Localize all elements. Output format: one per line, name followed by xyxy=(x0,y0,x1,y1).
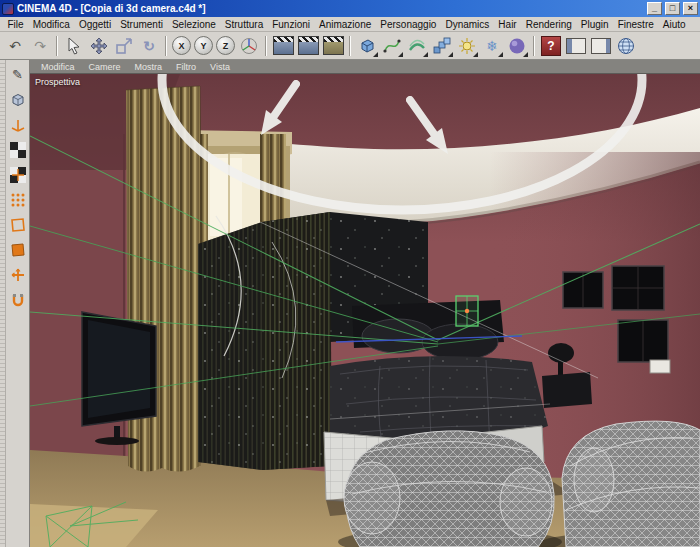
snap-settings-button[interactable] xyxy=(7,289,29,310)
menu-item[interactable]: Dynamics xyxy=(441,19,494,30)
menu-item[interactable]: Strumenti xyxy=(116,19,168,30)
menu-item[interactable]: Selezione xyxy=(167,19,220,30)
minimize-button[interactable]: _ xyxy=(647,2,662,15)
polygons-mode-button[interactable] xyxy=(7,239,29,260)
menu-item[interactable]: Finestre xyxy=(613,19,658,30)
menu-item[interactable]: Modifica xyxy=(28,19,74,30)
scale-tool-icon xyxy=(115,37,133,55)
redo-icon: ↷ xyxy=(34,39,46,53)
add-spline-icon xyxy=(383,37,401,55)
move-tool-button[interactable] xyxy=(87,34,111,58)
coordinate-system-icon xyxy=(240,37,258,55)
viewport-menu-item[interactable]: Filtro xyxy=(169,62,203,72)
points-mode-icon xyxy=(10,192,26,208)
undo-button[interactable]: ↶ xyxy=(3,34,27,58)
viewport-menu-item[interactable]: Camere xyxy=(82,62,128,72)
model-mode-button[interactable] xyxy=(7,89,29,110)
add-spline-button[interactable] xyxy=(380,34,404,58)
layout-left-button[interactable] xyxy=(564,34,588,58)
add-cube-icon xyxy=(358,37,376,55)
add-light-button[interactable] xyxy=(455,34,479,58)
texture-mode-button[interactable] xyxy=(7,139,29,160)
snap-icon xyxy=(10,292,26,308)
toolbar-separator xyxy=(349,36,351,56)
make-editable-icon: ✎ xyxy=(12,68,23,81)
close-button[interactable]: × xyxy=(683,2,698,15)
content-browser-button[interactable] xyxy=(614,34,638,58)
texture-axes-icon xyxy=(10,167,26,183)
live-selection-icon xyxy=(66,37,82,55)
rotate-tool-button[interactable]: ↻ xyxy=(137,34,161,58)
edges-mode-button[interactable] xyxy=(7,214,29,235)
axis-lock-icon xyxy=(10,267,26,283)
window-title: CINEMA 4D - [Copia di 3d camera.c4d *] xyxy=(17,3,644,14)
scale-tool-button[interactable] xyxy=(112,34,136,58)
add-array-icon xyxy=(433,37,451,55)
layout-right-icon xyxy=(591,38,611,54)
app-icon[interactable] xyxy=(2,3,14,15)
viewport-scene[interactable] xyxy=(30,74,700,547)
render-settings-button[interactable] xyxy=(321,34,345,58)
titlebar: CINEMA 4D - [Copia di 3d camera.c4d *] _… xyxy=(0,0,700,17)
lock-y-axis-button[interactable]: Y xyxy=(194,36,213,55)
live-selection-button[interactable] xyxy=(62,34,86,58)
axis-lock-button[interactable] xyxy=(7,264,29,285)
render-picture-viewer-icon xyxy=(298,36,319,55)
lock-z-axis-button[interactable]: Z xyxy=(216,36,235,55)
render-picture-viewer-button[interactable] xyxy=(296,34,320,58)
menu-item[interactable]: Hair xyxy=(494,19,521,30)
render-view-button[interactable] xyxy=(271,34,295,58)
viewport-menu-item[interactable]: Mostra xyxy=(128,62,170,72)
undo-icon: ↶ xyxy=(9,39,21,53)
left-tool-palette: ✎ xyxy=(0,60,30,547)
viewport[interactable]: Prospettiva xyxy=(30,74,700,547)
add-cube-button[interactable] xyxy=(355,34,379,58)
menu-item[interactable]: Animazione xyxy=(315,19,376,30)
polygons-mode-icon xyxy=(10,242,26,258)
viewport-column: ModificaCamereMostraFiltroVista Prospett… xyxy=(30,60,700,547)
menu-item[interactable]: Plugin xyxy=(576,19,613,30)
app-window: CINEMA 4D - [Copia di 3d camera.c4d *] _… xyxy=(0,0,700,547)
texture-mode-icon xyxy=(10,142,26,158)
lock-x-axis-button[interactable]: X xyxy=(172,36,191,55)
add-sky-icon xyxy=(508,37,526,55)
wall-vent xyxy=(650,360,670,373)
armchair-left xyxy=(344,431,554,547)
menu-item[interactable]: Struttura xyxy=(220,19,267,30)
menubar: FileModificaOggettiStrumentiSelezioneStr… xyxy=(0,17,700,32)
edges-mode-icon xyxy=(10,217,26,233)
coordinate-system-button[interactable] xyxy=(237,34,261,58)
viewport-menu-item[interactable]: Vista xyxy=(203,62,237,72)
layout-left-icon xyxy=(566,38,586,54)
layout-right-button[interactable] xyxy=(589,34,613,58)
add-environment-button[interactable]: ❄ xyxy=(480,34,504,58)
menu-item[interactable]: Oggetti xyxy=(74,19,115,30)
make-editable-button[interactable]: ✎ xyxy=(7,64,29,85)
render-view-icon xyxy=(273,36,294,55)
points-mode-button[interactable] xyxy=(7,189,29,210)
menu-item[interactable]: File xyxy=(3,19,28,30)
menu-item[interactable]: Personaggio xyxy=(376,19,441,30)
add-nurbs-button[interactable] xyxy=(405,34,429,58)
object-axis-mode-button[interactable] xyxy=(7,114,29,135)
add-light-icon xyxy=(458,37,476,55)
maximize-button[interactable]: □ xyxy=(665,2,680,15)
transform-gizmo xyxy=(456,296,478,326)
texture-axes-mode-button[interactable] xyxy=(7,164,29,185)
object-axis-icon xyxy=(10,117,26,133)
add-nurbs-icon xyxy=(408,37,426,55)
add-array-button[interactable] xyxy=(430,34,454,58)
menu-item[interactable]: Funzioni xyxy=(268,19,315,30)
armchair-right xyxy=(562,421,700,547)
redo-button[interactable]: ↷ xyxy=(28,34,52,58)
help-button[interactable]: ? xyxy=(539,34,563,58)
menu-item[interactable]: Rendering xyxy=(521,19,576,30)
menu-item[interactable]: Aiuto xyxy=(658,19,690,30)
move-tool-icon xyxy=(90,37,108,55)
viewport-menu-item[interactable]: Modifica xyxy=(34,62,82,72)
add-sky-button[interactable] xyxy=(505,34,529,58)
globe-icon xyxy=(617,37,635,55)
rotate-tool-icon: ↻ xyxy=(143,39,155,53)
toolbar-separator xyxy=(56,36,58,56)
view-label[interactable]: Prospettiva xyxy=(35,77,80,87)
